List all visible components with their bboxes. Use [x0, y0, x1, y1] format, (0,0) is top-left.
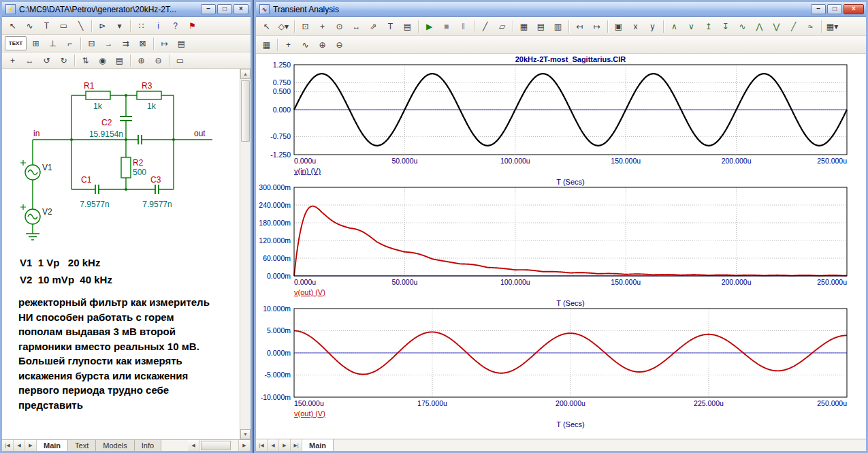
line-mode-button[interactable]: ╲ — [73, 18, 89, 33]
source-V1-symbol[interactable] — [20, 160, 40, 180]
resistor-R2-symbol[interactable] — [121, 157, 131, 178]
capacitor-C3-symbol[interactable] — [155, 185, 159, 194]
node-label-out[interactable]: out — [194, 129, 206, 138]
component-label-V2[interactable]: V2 — [42, 207, 52, 217]
component-label-R3[interactable]: R3 — [142, 81, 152, 91]
node-label-in[interactable]: in — [33, 129, 39, 138]
source-V2-symbol[interactable] — [20, 204, 40, 224]
capacitor-symbol[interactable] — [138, 135, 142, 144]
component-label-V1[interactable]: V1 — [42, 163, 52, 172]
select-tool[interactable]: ↖ — [259, 19, 274, 33]
last-tab-button[interactable]: ▶| — [291, 439, 302, 451]
zoom-in-button[interactable]: ⊕ — [315, 37, 330, 52]
schematic-canvas[interactable]: R1 1k R3 1k C2 15.9154n R2 500 C1 7.9577… — [2, 69, 240, 439]
component-value-R1[interactable]: 1k — [93, 101, 103, 111]
plot-3-legend[interactable]: v(out) (V) — [294, 409, 325, 418]
point-tag-button[interactable]: ⊙ — [332, 19, 347, 33]
select-tool[interactable]: ↖ — [5, 18, 20, 33]
schematic-vertical-scrollbar[interactable]: ▲ ▼ — [240, 69, 251, 439]
pause-button[interactable]: ‖ — [455, 19, 471, 33]
component-mode-dropdown[interactable]: ◇▾ — [276, 19, 291, 33]
tab-models[interactable]: Models — [96, 440, 134, 451]
copy-graph-button[interactable]: ▣ — [611, 19, 626, 33]
stack-plots-dropdown[interactable]: ▦▾ — [824, 19, 840, 33]
maximize-button[interactable]: □ — [827, 4, 842, 14]
line-mode-button[interactable]: ╱ — [477, 19, 493, 33]
component-label-C2[interactable]: C2 — [101, 118, 112, 127]
global-low-button[interactable]: ⋁ — [769, 19, 784, 33]
close-button[interactable]: × — [843, 4, 864, 14]
info-mode-button[interactable]: ∷ — [133, 18, 149, 33]
flag-mode-button[interactable]: ⚑ — [184, 18, 200, 33]
valley-button[interactable]: ∨ — [684, 19, 699, 33]
power-button[interactable]: ⇉ — [118, 36, 133, 50]
cursor-position-button[interactable]: + — [280, 37, 296, 52]
tab-info[interactable]: Info — [135, 440, 161, 451]
component-button[interactable]: ⊳ — [95, 18, 110, 33]
resistor-R1-symbol[interactable] — [86, 91, 110, 99]
panel-grid-button[interactable]: ▦ — [259, 37, 274, 52]
text-attributes-button[interactable]: TEXT — [5, 36, 27, 50]
conditions-button[interactable]: ⊠ — [135, 36, 150, 50]
info-button[interactable]: i — [150, 18, 166, 33]
low-button[interactable]: ↧ — [718, 19, 733, 33]
scroll-thumb[interactable] — [201, 441, 231, 450]
component-value-C2[interactable]: 15.9154n — [89, 129, 123, 139]
cursor-left-button[interactable]: ↤ — [572, 19, 588, 33]
slope-button[interactable]: ╱ — [786, 19, 801, 33]
capacitor-C1-symbol[interactable] — [95, 185, 99, 194]
scroll-track[interactable] — [199, 440, 239, 451]
scroll-up-button[interactable]: ▲ — [240, 69, 251, 79]
scroll-track[interactable] — [240, 79, 251, 429]
minimize-button[interactable]: – — [811, 4, 826, 14]
run-button[interactable]: ▶ — [421, 19, 437, 33]
text-mode-button[interactable]: T — [39, 18, 54, 33]
zoom-in-button[interactable]: ⊕ — [133, 53, 149, 67]
next-tab-button[interactable]: ▶ — [25, 440, 37, 451]
first-tab-button[interactable]: |◀ — [256, 439, 268, 451]
plot-2-legend[interactable]: v(out) (V) — [294, 288, 325, 296]
horizontal-grid-button[interactable]: ▤ — [533, 19, 549, 33]
close-button[interactable]: × — [234, 4, 248, 14]
source-spec-v1[interactable]: V1 1 Vp 20 kHz — [20, 257, 100, 268]
grid-button[interactable]: ⊞ — [28, 36, 44, 50]
scroll-thumb[interactable] — [241, 80, 250, 142]
plot-2-area[interactable] — [294, 187, 847, 276]
component-value-R2[interactable]: 500 — [133, 168, 146, 177]
scroll-right-button[interactable]: ▶ — [239, 440, 251, 451]
step-button[interactable]: ⇅ — [78, 53, 93, 67]
schematic-horizontal-scrollbar[interactable]: ◀ ▶ — [188, 440, 251, 451]
resistor-R3-symbol[interactable] — [137, 91, 161, 99]
currents-button[interactable]: → — [101, 36, 116, 50]
wire-mode-button[interactable]: ∿ — [22, 18, 37, 33]
high-button[interactable]: ↥ — [701, 19, 716, 33]
tab-main[interactable]: Main — [302, 439, 334, 451]
scroll-down-button[interactable]: ▼ — [240, 429, 251, 439]
scale-mode-button[interactable]: ⊡ — [298, 19, 313, 33]
go-to-x-button[interactable]: x — [628, 19, 643, 33]
vertical-grid-button[interactable]: ▥ — [550, 19, 566, 33]
cursor-mode-button[interactable]: + — [315, 19, 330, 33]
component-value-C3[interactable]: 7.9577n — [142, 200, 172, 209]
flip-horizontal-button[interactable]: ↔ — [22, 53, 37, 67]
performance-tag-button[interactable]: ⇗ — [366, 19, 381, 33]
first-tab-button[interactable]: |◀ — [2, 440, 14, 451]
component-label-R1[interactable]: R1 — [84, 81, 95, 91]
rectangle-mode-button[interactable]: ▭ — [56, 18, 71, 33]
capacitor-C2-symbol[interactable] — [120, 116, 132, 121]
repeat-find-button[interactable]: ▤ — [112, 53, 127, 67]
stop-button[interactable]: ■ — [438, 19, 454, 33]
rotate-cw-button[interactable]: ↻ — [56, 53, 71, 67]
inflection-button[interactable]: ∿ — [735, 19, 750, 33]
cursor-right-button[interactable]: ↦ — [589, 19, 605, 33]
zoom-out-button[interactable]: ⊖ — [150, 53, 166, 67]
scroll-left-button[interactable]: ◀ — [188, 440, 199, 451]
component-dropdown[interactable]: ▾ — [112, 18, 127, 33]
next-tab-button[interactable]: ▶ — [279, 439, 291, 451]
move-button[interactable]: + — [5, 53, 20, 67]
polygon-mode-button[interactable]: ▱ — [494, 19, 510, 33]
envelope-button[interactable]: ≈ — [803, 19, 818, 33]
pin-names-button[interactable]: ⊥ — [45, 36, 61, 50]
horizontal-tag-button[interactable]: ↔ — [349, 19, 364, 33]
component-label-R2[interactable]: R2 — [133, 158, 144, 168]
